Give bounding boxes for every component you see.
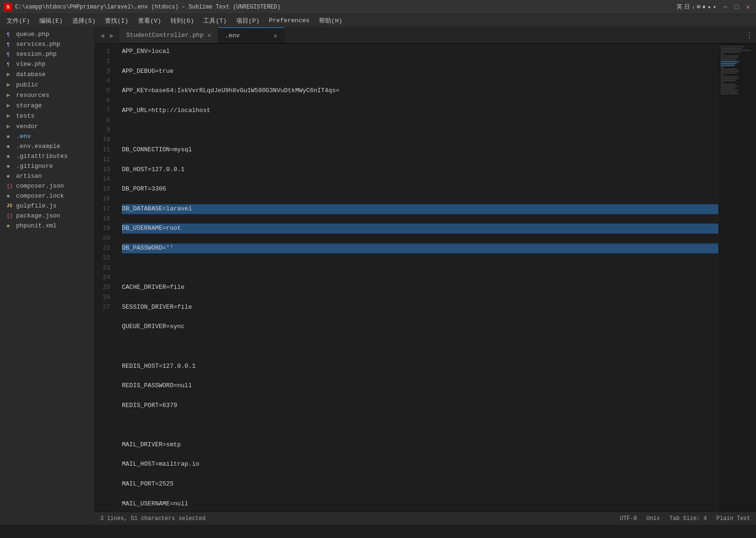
line-number: 2 bbox=[94, 57, 110, 67]
code-line: QUEUE_DRIVER=sync bbox=[122, 322, 718, 332]
sidebar-item-public[interactable]: ▶ public bbox=[0, 79, 94, 90]
status-encoding[interactable]: UTF-8 bbox=[620, 515, 637, 522]
tab-student-controller[interactable]: StudentController.php ✕ bbox=[120, 27, 218, 43]
minimap-line bbox=[721, 46, 744, 47]
minimap-line bbox=[721, 67, 724, 68]
code-line: REDIS_PORT=6379 bbox=[122, 401, 718, 411]
sidebar: ¶ queue.php ¶ services.php ¶ session.php… bbox=[0, 27, 94, 525]
titlebar: S C:\xampp\htdocs\PHPprimary\laravel\.en… bbox=[0, 0, 756, 14]
window-title: C:\xampp\htdocs\PHPprimary\laravel\.env … bbox=[15, 4, 677, 10]
menu-help[interactable]: 帮助(H) bbox=[314, 15, 347, 27]
code-area[interactable]: APP_ENV=local APP_DEBUG=true APP_KEY=bas… bbox=[114, 44, 718, 512]
menu-goto[interactable]: 转到(G) bbox=[166, 15, 198, 27]
line-number: 8 bbox=[94, 116, 110, 126]
sidebar-item-database[interactable]: ▶ database bbox=[0, 69, 94, 79]
status-syntax[interactable]: Plain Text bbox=[716, 515, 750, 522]
sidebar-item-services-php[interactable]: ¶ services.php bbox=[0, 39, 94, 49]
sidebar-item-env[interactable]: ✱ .env bbox=[0, 131, 94, 141]
json-file-icon: {} bbox=[7, 213, 13, 219]
minimap-line bbox=[721, 55, 739, 57]
nav-forward[interactable]: ▶ bbox=[108, 30, 115, 42]
nav-arrows: ◀ ▶ bbox=[94, 27, 120, 43]
sidebar-item-gitignore[interactable]: ✱ .gitignore bbox=[0, 161, 94, 171]
minimap-line bbox=[721, 72, 737, 74]
line-number: 4 bbox=[94, 76, 110, 86]
code-line: REDIS_HOST=127.0.0.1 bbox=[122, 362, 718, 372]
folder-icon: ▶ bbox=[7, 112, 13, 120]
line-number: 25 bbox=[94, 283, 110, 293]
sidebar-item-queue-php[interactable]: ¶ queue.php bbox=[0, 29, 94, 39]
minimap-line bbox=[721, 69, 738, 70]
tab-spacer bbox=[284, 27, 743, 43]
menu-edit[interactable]: 编辑(E) bbox=[34, 15, 67, 27]
tab-close-student[interactable]: ✕ bbox=[207, 31, 211, 39]
window-controls: ─ □ ✕ bbox=[721, 3, 752, 11]
menu-view[interactable]: 查看(V) bbox=[133, 15, 166, 27]
sidebar-item-gulpfile-js[interactable]: JS gulpfile.js bbox=[0, 201, 94, 211]
code-line: DB_PASSWORD='' bbox=[122, 243, 718, 253]
close-button[interactable]: ✕ bbox=[744, 3, 752, 11]
line-number: 17 bbox=[94, 204, 110, 214]
sidebar-item-composer-json[interactable]: {} composer.json bbox=[0, 181, 94, 191]
tab-bar: StudentController.php ✕ .env ✕ ⋮ bbox=[120, 27, 756, 43]
line-number: 10 bbox=[94, 135, 110, 145]
menu-find[interactable]: 查找(I) bbox=[100, 15, 133, 27]
sidebar-item-gitattributes[interactable]: ✱ .gitattributes bbox=[0, 151, 94, 161]
folder-icon: ▶ bbox=[7, 122, 13, 130]
sidebar-item-phpunit-xml[interactable]: ✱ phpunit.xml bbox=[0, 221, 94, 231]
menu-tools[interactable]: 工具(T) bbox=[198, 15, 231, 27]
statusbar: 3 lines, 51 characters selected UTF-8 Un… bbox=[94, 512, 756, 525]
code-line: REDIS_PASSWORD=null bbox=[122, 381, 718, 391]
sidebar-item-storage[interactable]: ▶ storage bbox=[0, 100, 94, 111]
system-tray: 英 日 ↓ ⊞ ♦ ★ ✦ bbox=[677, 3, 716, 11]
maximize-button[interactable]: □ bbox=[732, 3, 741, 11]
line-number: 14 bbox=[94, 174, 110, 184]
line-number: 9 bbox=[94, 125, 110, 135]
json-file-icon: {} bbox=[7, 183, 13, 189]
sidebar-item-env-example[interactable]: ✱ .env.example bbox=[0, 141, 94, 151]
code-line: MAIL_USERNAME=null bbox=[122, 499, 718, 509]
line-number: 12 bbox=[94, 155, 110, 165]
minimize-button[interactable]: ─ bbox=[721, 3, 730, 11]
sidebar-item-tests[interactable]: ▶ tests bbox=[0, 111, 94, 121]
line-number: 15 bbox=[94, 184, 110, 194]
sidebar-item-composer-lock[interactable]: ✱ composer.lock bbox=[0, 191, 94, 201]
menu-select[interactable]: 选择(S) bbox=[68, 15, 100, 27]
menu-project[interactable]: 项目(P) bbox=[232, 15, 264, 27]
folder-icon: ▶ bbox=[7, 70, 13, 78]
sidebar-item-session-php[interactable]: ¶ session.php bbox=[0, 49, 94, 59]
status-line-ending[interactable]: Unix bbox=[646, 515, 660, 522]
sidebar-item-artisan[interactable]: ✱ artisan bbox=[0, 171, 94, 181]
code-line: APP_KEY=base64:IxkVvrRLqdJeU9h8vGu1W580G… bbox=[122, 86, 718, 96]
code-line: DB_DATABASE=laravel bbox=[122, 204, 718, 214]
tab-env[interactable]: .env ✕ bbox=[218, 27, 284, 43]
minimap-line bbox=[721, 84, 736, 85]
xml-file-icon: ✱ bbox=[7, 223, 13, 229]
status-tab-size[interactable]: Tab Size: 4 bbox=[670, 515, 707, 522]
misc-file-icon: ✱ bbox=[7, 193, 13, 199]
minimap bbox=[718, 44, 756, 512]
folder-icon: ▶ bbox=[7, 91, 13, 99]
sidebar-item-resources[interactable]: ▶ resources bbox=[0, 90, 94, 100]
nav-back[interactable]: ◀ bbox=[98, 30, 106, 42]
main-layout: ¶ queue.php ¶ services.php ¶ session.php… bbox=[0, 27, 756, 525]
minimap-line bbox=[721, 76, 738, 78]
code-line bbox=[122, 263, 718, 273]
tab-menu-button[interactable]: ⋮ bbox=[743, 27, 756, 43]
code-line: DB_HOST=127.0.0.1 bbox=[122, 165, 718, 175]
minimap-line bbox=[721, 78, 739, 79]
code-line: MAIL_HOST=mailtrap.io bbox=[122, 460, 718, 469]
php-file-icon: ¶ bbox=[7, 42, 13, 47]
line-number: 5 bbox=[94, 86, 110, 96]
minimap-line bbox=[721, 80, 736, 81]
minimap-line bbox=[721, 93, 739, 95]
menu-preferences[interactable]: Preferences bbox=[264, 15, 314, 26]
editor[interactable]: 1234567891011121314151617181920212223242… bbox=[94, 44, 756, 512]
tab-close-env[interactable]: ✕ bbox=[274, 32, 277, 40]
sidebar-item-vendor[interactable]: ▶ vendor bbox=[0, 121, 94, 131]
sidebar-item-package-json[interactable]: {} package.json bbox=[0, 211, 94, 221]
line-number: 7 bbox=[94, 106, 110, 116]
sidebar-item-view-php[interactable]: ¶ view.php bbox=[0, 59, 94, 69]
menu-file[interactable]: 文件(F) bbox=[2, 15, 34, 27]
code-line bbox=[122, 420, 718, 430]
